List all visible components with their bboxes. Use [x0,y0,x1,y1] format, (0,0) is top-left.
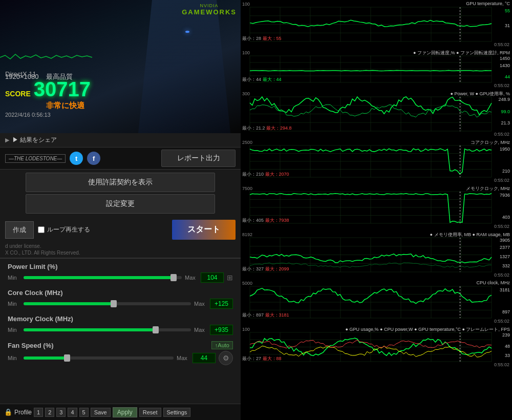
fan-value: 44 [193,353,216,363]
core-clock-label: Core Clock (MHz) [8,289,233,297]
reset-button[interactable]: Reset [139,408,161,417]
power-value: 104 [201,272,224,283]
core-value: +125 [210,299,233,309]
profile-bar: 🔒 Profile 1 2 3 4 5 Save Apply Reset Set… [0,404,241,420]
combined-title: ● GPU usage,% ● CPU power,W ● GPU temper… [346,326,510,333]
license-text: d under license. [0,243,241,249]
lodestone-logo: —THE LODESTONE— [5,154,66,163]
gpu-temp-val-mid: 31 [505,23,510,28]
combined-chart: 100 ● GPU usage,% ● CPU power,W ● GPU te… [241,325,512,369]
fan-rpm-chart: 100 ● ファン回転速度,% ● ファン回転速度計, RPM 1450 143… [241,49,512,90]
fan-rpm-title: ● ファン回転速度,% ● ファン回転速度計, RPM [413,50,510,56]
score-area: DirectX 11 SCORE 30717 非常に快適 2022/4/16 0… [5,70,91,118]
profile-3-button[interactable]: 3 [56,408,66,417]
profile-5-button[interactable]: 5 [79,408,89,417]
profile-4-button[interactable]: 4 [68,408,77,417]
power-expand-icon[interactable]: ⊞ [227,274,233,282]
fan-auto-badge: ↑Auto [211,341,233,349]
oc-panel: Power Limit (%) Min Max 104 ⊞ Core Clock… [0,258,241,374]
loop-check-label[interactable]: ループ再生する [38,225,90,234]
cpu-clock-title: CPU clock, MHz [476,280,510,285]
power-limit-row: Power Limit (%) Min Max 104 ⊞ [8,263,233,283]
cpu-clock-chart: 5000 CPU clock, MHz 3181 897 最小：897 最大：3… [241,279,512,325]
lock-icon: 🔒 [4,408,12,416]
gpu-temp-chart: 100 GPU temperature, °C 55 31 最小：28 最大：5… [241,0,512,49]
share-label: ▶ 結果をシェア [12,136,57,144]
core-clock-chart: 2500 コアクロック, MHz 1950 210 最小：210 最大：2070… [241,138,512,184]
license-button[interactable]: 使用許諾契約を表示 [26,173,215,192]
rating: 非常に快適 [46,101,91,111]
settings-change-button[interactable]: 設定変更 [26,194,215,214]
profile-label: Profile [14,409,32,416]
date: 2022/4/16 0:56:13 [5,112,91,118]
memory-clock-slider[interactable] [24,328,191,331]
gpu-temp-val-top: 55 [505,8,510,13]
start-button[interactable]: スタート [172,220,236,240]
report-button[interactable]: レポート出力 [161,150,236,167]
memory-usage-chart: 8192 ● メモリ使用率, MB ● RAM usage, MB 3905 2… [241,230,512,279]
profile-save-button[interactable]: Save [91,408,111,417]
fan-gear-icon[interactable]: ⚙ [219,351,233,365]
lodestone-row: —THE LODESTONE— t f レポート出力 [0,148,241,170]
score-label: SCORE [5,90,31,98]
fan-max-label: Max [177,355,189,361]
power-limit-slider[interactable] [24,276,182,279]
memory-max-label: Max [194,327,207,333]
copyright-text: X CO., LTD. All Rights Reserved. [0,249,241,258]
core-clock-title: コアクロック, MHz [471,139,510,146]
core-clock-slider[interactable] [24,302,191,305]
fan-min-label: Min [8,355,20,361]
fan-speed-row: Fan Speed (%) ↑Auto Min Max 44 ⚙ [8,341,233,365]
power-min-label: Min [8,275,20,281]
profile-2-button[interactable]: 2 [45,408,54,417]
profile-settings-button[interactable]: Settings [163,408,191,417]
memory-usage-title: ● メモリ使用率, MB ● RAM usage, MB [430,232,510,238]
right-panel: 100 GPU temperature, °C 55 31 最小：28 最大：5… [241,0,512,420]
create-button[interactable]: 作成 [5,221,34,239]
nvidia-logo: NVIDIA GAMEWORKS [182,3,237,16]
power-limit-label: Power Limit (%) [8,263,233,270]
facebook-button[interactable]: f [87,152,100,165]
core-max-label: Max [194,301,207,307]
score-value: 30717 [34,78,91,101]
profile-1-button[interactable]: 1 [34,408,43,417]
gpu-temp-title: GPU temperature, °C [466,1,510,6]
loop-checkbox[interactable] [38,226,45,233]
fan-speed-slider[interactable] [24,356,174,360]
hero-area: NVIDIA GAMEWORKS 1920×1080 最高品質 DirectX … [0,0,241,133]
memory-clock-label: Memory Clock (MHz) [8,315,233,323]
core-min-label: Min [8,301,20,307]
apply-button[interactable]: Apply [113,407,137,417]
twitter-button[interactable]: t [70,152,83,165]
memory-clock-chart: 7500 メモリクロック, MHz 7936 403 最小：405 最大：793… [241,184,512,230]
left-panel: NVIDIA GAMEWORKS 1920×1080 最高品質 DirectX … [0,0,241,420]
share-row[interactable]: ▶ ▶ 結果をシェア [0,133,241,148]
memory-min-label: Min [8,327,20,333]
power-chart: 300 ● Power, W ● GPU使用率, % 248.9 99.0 21… [241,90,512,138]
core-clock-row: Core Clock (MHz) Min Max +125 [8,289,233,309]
memory-clock-row: Memory Clock (MHz) Min Max +935 [8,315,233,335]
power-max-label: Max [185,275,198,281]
memory-value: +935 [210,325,233,335]
fan-speed-label: Fan Speed (%) [8,342,54,349]
memory-clock-title: メモリクロック, MHz [466,185,510,192]
